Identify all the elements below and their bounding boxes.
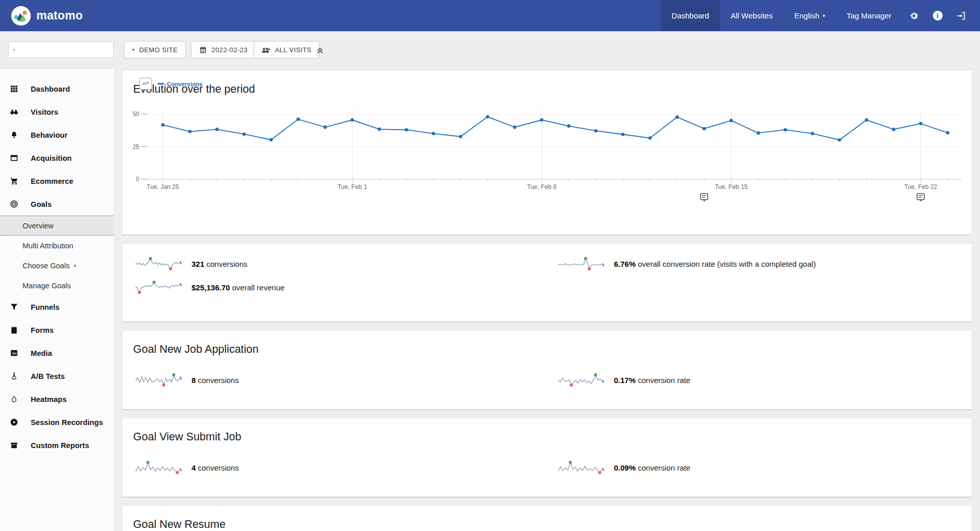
conversions-label: conversions xyxy=(206,260,247,268)
sidebar-item-label: Custom Reports xyxy=(31,441,89,450)
goal-stats: 8 conversions0.17% conversion rate xyxy=(122,368,972,392)
rate-stat-row[interactable]: 6.76% overall conversion rate (visits wi… xyxy=(556,252,816,275)
evolution-card: Evolution over the period Conversions 45… xyxy=(122,71,972,235)
funnels-icon xyxy=(10,303,23,311)
chart-export-button[interactable] xyxy=(139,78,152,90)
goal-conversions-text: 4 conversions xyxy=(191,463,239,472)
navbar-right: DashboardAll WebsitesEnglish▾Tag Manager… xyxy=(661,0,980,31)
sidebar-item-label: Dashboard xyxy=(31,85,70,93)
site-selector-button[interactable]: ▾ DEMO SITE xyxy=(124,41,186,58)
sidebar-item-label: Funnels xyxy=(31,303,59,311)
sidebar-item-custom-reports[interactable]: Custom Reports xyxy=(0,434,114,457)
goal-rate-sparkline xyxy=(556,460,607,475)
conversions-sparkline xyxy=(134,257,185,271)
main-content: Evolution over the period Conversions 45… xyxy=(122,71,972,531)
legend-color-dash xyxy=(158,83,164,84)
goal-rate-row[interactable]: 0.17% conversion rate xyxy=(556,368,690,392)
goal-card: Goal New Resume xyxy=(122,506,972,531)
sidebar-item-label: Goals xyxy=(31,200,52,208)
goal-rate-row[interactable]: 0.09% conversion rate xyxy=(556,456,690,479)
sidebar-subitem-overview[interactable]: Overview xyxy=(0,216,114,236)
sidebar-item-dashboard[interactable]: Dashboard xyxy=(0,77,114,100)
goal-cards-container: Goal New Job Application8 conversions0.1… xyxy=(122,331,972,531)
sidebar-item-label: Ecommerce xyxy=(31,177,73,185)
svg-text:Tue, Feb 15: Tue, Feb 15 xyxy=(715,183,748,190)
annotation-marker-icon[interactable] xyxy=(700,194,708,202)
sidebar-item-label: Media xyxy=(31,349,52,357)
sidebar-item-label: A/B Tests xyxy=(31,372,65,380)
sidebar-item-forms[interactable]: Forms xyxy=(0,318,114,342)
evolution-title: Evolution over the period xyxy=(122,71,972,96)
evolution-line-chart[interactable]: 4502250Tue, Jan 25Tue, Feb 1Tue, Feb 8Tu… xyxy=(133,99,962,229)
legend-item-conversions[interactable]: Conversions xyxy=(158,81,203,87)
sidebar-subitem-label: Choose Goals xyxy=(23,262,70,270)
chevron-down-icon: ▾ xyxy=(132,47,135,52)
search-icon xyxy=(13,46,15,54)
sidebar-item-session-recordings[interactable]: Session Recordings xyxy=(0,411,114,434)
nav-item-all-websites[interactable]: All Websites xyxy=(720,0,783,31)
settings-icon[interactable] xyxy=(902,0,926,31)
top-navbar: matomo DashboardAll WebsitesEnglish▾Tag … xyxy=(0,0,980,31)
help-icon[interactable]: i xyxy=(926,0,949,31)
sidebar-subitem-manage-goals[interactable]: Manage Goals xyxy=(0,275,114,295)
calendar-icon xyxy=(199,46,207,54)
sidebar-item-a-b-tests[interactable]: A/B Tests xyxy=(0,365,114,388)
svg-text:225: 225 xyxy=(133,143,139,151)
segment-selector-button[interactable]: ALL VISITS xyxy=(253,41,319,58)
revenue-sparkline xyxy=(134,280,185,294)
sidebar-item-behaviour[interactable]: Behaviour xyxy=(0,123,114,146)
date-selector-button[interactable]: 2022-02-23 xyxy=(191,41,256,58)
sidebar-subitem-label: Overview xyxy=(23,222,53,230)
sidebar-item-label: Heatmaps xyxy=(31,395,67,403)
signout-icon[interactable] xyxy=(949,0,973,31)
heatmaps-icon xyxy=(10,395,23,403)
svg-text:Tue, Feb 22: Tue, Feb 22 xyxy=(904,183,938,190)
goals-summary-card: 321 conversions $25,136.70 overall reven… xyxy=(122,244,972,322)
sidebar-item-acquisition[interactable]: Acquisition xyxy=(0,146,114,169)
site-selector-label: DEMO SITE xyxy=(139,46,178,54)
goal-title: Goal New Resume xyxy=(122,506,972,531)
sidebar-item-goals[interactable]: Goals xyxy=(0,193,114,216)
svg-text:Tue, Feb 8: Tue, Feb 8 xyxy=(527,183,557,190)
sidebar-item-funnels[interactable]: Funnels xyxy=(0,295,114,318)
sidebar-item-media[interactable]: Media xyxy=(0,342,114,365)
sidebar-item-heatmaps[interactable]: Heatmaps xyxy=(0,388,114,411)
goal-stats: 4 conversions0.09% conversion rate xyxy=(122,456,972,479)
sidebar-item-ecommerce[interactable]: Ecommerce xyxy=(0,169,114,193)
sidebar-subitem-choose-goals[interactable]: Choose Goals▾ xyxy=(0,256,114,275)
ecommerce-icon xyxy=(10,177,23,185)
search-input[interactable] xyxy=(19,46,109,54)
controls-row: ▾ DEMO SITE 2022-02-23 ALL VISITS xyxy=(0,31,980,69)
conversions-value: 321 xyxy=(191,260,204,268)
goal-conversions-row[interactable]: 4 conversions xyxy=(122,456,972,479)
search-box[interactable] xyxy=(8,41,114,58)
revenue-label: overall revenue xyxy=(232,283,285,292)
revenue-stat-row[interactable]: $25,136.70 overall revenue xyxy=(122,275,972,299)
forms-icon xyxy=(10,326,23,334)
matomo-brand[interactable]: matomo xyxy=(0,6,83,26)
svg-text:0: 0 xyxy=(136,176,139,183)
goal-conversions-row[interactable]: 8 conversions xyxy=(122,368,972,392)
annotation-marker-icon[interactable] xyxy=(917,194,924,202)
nav-item-dashboard[interactable]: Dashboard xyxy=(661,0,720,31)
svg-text:Tue, Feb 1: Tue, Feb 1 xyxy=(337,183,367,190)
collapse-chevrons-icon[interactable] xyxy=(313,44,327,57)
conversions-stat-row[interactable]: 321 conversions xyxy=(122,252,972,275)
visitors-icon xyxy=(10,108,23,116)
goal-conversions-sparkline xyxy=(134,373,185,387)
sidebar-item-visitors[interactable]: Visitors xyxy=(0,100,114,123)
ab-tests-icon xyxy=(10,372,23,380)
sidebar-item-label: Forms xyxy=(31,326,54,334)
goal-conversions-label: conversions xyxy=(198,463,239,472)
sidebar-subitem-multi-attribution[interactable]: Multi Attribution xyxy=(0,236,114,256)
sidebar: DashboardVisitorsBehaviourAcquisitionEco… xyxy=(0,69,114,531)
acquisition-icon xyxy=(10,154,23,162)
nav-item-tag-manager[interactable]: Tag Manager xyxy=(836,0,902,31)
segment-selector-label: ALL VISITS xyxy=(275,46,311,54)
goal-conversions-value: 8 xyxy=(191,376,196,385)
rate-sparkline xyxy=(556,257,607,271)
goal-title: Goal New Job Application xyxy=(122,331,972,356)
users-icon xyxy=(262,46,270,54)
nav-item-english[interactable]: English▾ xyxy=(783,0,836,31)
goal-conversions-sparkline xyxy=(134,460,185,475)
